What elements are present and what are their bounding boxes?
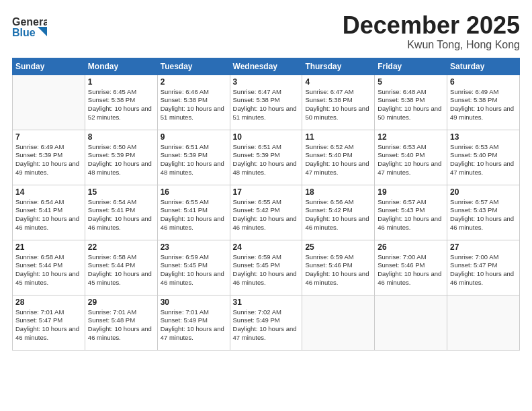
sunrise: Sunrise: 7:00 AM	[378, 253, 426, 261]
daylight: Daylight: 10 hours and 47 minutes.	[305, 160, 369, 176]
daylight: Daylight: 10 hours and 48 minutes.	[161, 160, 224, 176]
calendar-cell: 26 Sunrise: 7:00 AM Sunset: 5:46 PM Dayl…	[375, 240, 447, 295]
svg-marker-2	[38, 27, 47, 36]
sunrise: Sunrise: 6:53 AM	[378, 143, 426, 150]
sunset: Sunset: 5:38 PM	[88, 96, 135, 103]
sunset: Sunset: 5:38 PM	[233, 96, 280, 103]
day-info: Sunrise: 6:51 AM Sunset: 5:39 PM Dayligh…	[233, 143, 300, 177]
sunset: Sunset: 5:47 PM	[15, 316, 62, 324]
day-number: 22	[88, 242, 154, 252]
daylight: Daylight: 10 hours and 52 minutes.	[88, 105, 152, 121]
day-number: 5	[378, 77, 444, 87]
day-info: Sunrise: 7:01 AM Sunset: 5:49 PM Dayligh…	[161, 308, 227, 342]
sunrise: Sunrise: 7:02 AM	[233, 308, 281, 316]
daylight: Daylight: 10 hours and 45 minutes.	[15, 270, 79, 286]
location: Kwun Tong, Hong Kong	[343, 39, 520, 51]
calendar-cell: 29 Sunrise: 7:01 AM Sunset: 5:48 PM Dayl…	[85, 295, 157, 350]
sunrise: Sunrise: 6:46 AM	[161, 88, 209, 95]
calendar-cell: 4 Sunrise: 6:47 AM Sunset: 5:38 PM Dayli…	[302, 75, 375, 130]
calendar-cell: 15 Sunrise: 6:54 AM Sunset: 5:41 PM Dayl…	[85, 185, 157, 240]
day-info: Sunrise: 6:55 AM Sunset: 5:41 PM Dayligh…	[161, 198, 227, 232]
calendar-week-0: 1 Sunrise: 6:45 AM Sunset: 5:38 PM Dayli…	[13, 75, 520, 130]
col-thursday: Thursday	[302, 58, 375, 75]
day-info: Sunrise: 7:02 AM Sunset: 5:49 PM Dayligh…	[233, 308, 300, 342]
sunrise: Sunrise: 6:56 AM	[305, 198, 353, 205]
daylight: Daylight: 10 hours and 47 minutes.	[233, 325, 297, 341]
sunrise: Sunrise: 6:57 AM	[378, 198, 426, 205]
calendar-week-3: 21 Sunrise: 6:58 AM Sunset: 5:44 PM Dayl…	[13, 240, 520, 295]
calendar-cell: 3 Sunrise: 6:47 AM Sunset: 5:38 PM Dayli…	[230, 75, 302, 130]
sunrise: Sunrise: 6:49 AM	[450, 88, 498, 95]
day-number: 4	[305, 77, 371, 87]
calendar-cell: 27 Sunrise: 7:00 AM Sunset: 5:47 PM Dayl…	[447, 240, 520, 295]
calendar-cell: 31 Sunrise: 7:02 AM Sunset: 5:49 PM Dayl…	[230, 295, 302, 350]
daylight: Daylight: 10 hours and 46 minutes.	[450, 215, 514, 231]
sunset: Sunset: 5:42 PM	[233, 206, 280, 214]
day-number: 16	[161, 187, 227, 197]
day-info: Sunrise: 6:47 AM Sunset: 5:38 PM Dayligh…	[305, 88, 371, 122]
sunrise: Sunrise: 6:55 AM	[161, 198, 209, 205]
day-number: 31	[233, 298, 300, 307]
logo-icon: General Blue	[12, 12, 47, 40]
month-title: December 2025	[343, 12, 520, 39]
day-info: Sunrise: 6:46 AM Sunset: 5:38 PM Dayligh…	[161, 88, 227, 122]
sunrise: Sunrise: 7:01 AM	[88, 308, 136, 316]
calendar-week-4: 28 Sunrise: 7:01 AM Sunset: 5:47 PM Dayl…	[13, 295, 520, 350]
daylight: Daylight: 10 hours and 46 minutes.	[305, 270, 369, 286]
day-info: Sunrise: 6:45 AM Sunset: 5:38 PM Dayligh…	[88, 88, 154, 122]
sunset: Sunset: 5:47 PM	[450, 261, 497, 269]
sunset: Sunset: 5:38 PM	[378, 96, 425, 103]
sunrise: Sunrise: 6:45 AM	[88, 88, 136, 95]
calendar-week-1: 7 Sunrise: 6:49 AM Sunset: 5:39 PM Dayli…	[13, 130, 520, 185]
day-number: 25	[305, 242, 371, 252]
day-info: Sunrise: 6:57 AM Sunset: 5:43 PM Dayligh…	[378, 198, 444, 232]
daylight: Daylight: 10 hours and 46 minutes.	[233, 270, 297, 286]
day-info: Sunrise: 6:58 AM Sunset: 5:44 PM Dayligh…	[15, 253, 82, 287]
sunset: Sunset: 5:41 PM	[15, 206, 62, 214]
calendar-cell	[375, 295, 447, 350]
daylight: Daylight: 10 hours and 47 minutes.	[450, 160, 514, 176]
calendar-table: Sunday Monday Tuesday Wednesday Thursday…	[12, 58, 520, 351]
daylight: Daylight: 10 hours and 46 minutes.	[378, 215, 441, 231]
day-info: Sunrise: 6:54 AM Sunset: 5:41 PM Dayligh…	[15, 198, 82, 232]
day-number: 26	[378, 242, 444, 252]
day-number: 30	[161, 298, 227, 307]
calendar-cell: 30 Sunrise: 7:01 AM Sunset: 5:49 PM Dayl…	[157, 295, 230, 350]
daylight: Daylight: 10 hours and 46 minutes.	[15, 215, 79, 231]
daylight: Daylight: 10 hours and 46 minutes.	[88, 215, 152, 231]
calendar-cell: 6 Sunrise: 6:49 AM Sunset: 5:38 PM Dayli…	[447, 75, 520, 130]
sunrise: Sunrise: 6:47 AM	[305, 88, 353, 95]
day-number: 11	[305, 132, 371, 142]
sunrise: Sunrise: 7:01 AM	[161, 308, 209, 316]
day-info: Sunrise: 6:58 AM Sunset: 5:44 PM Dayligh…	[88, 253, 154, 287]
calendar-cell	[302, 295, 375, 350]
sunset: Sunset: 5:46 PM	[305, 261, 352, 269]
calendar-cell: 13 Sunrise: 6:53 AM Sunset: 5:40 PM Dayl…	[447, 130, 520, 185]
day-number: 3	[233, 77, 300, 87]
daylight: Daylight: 10 hours and 46 minutes.	[15, 325, 79, 341]
sunrise: Sunrise: 6:57 AM	[450, 198, 498, 205]
day-info: Sunrise: 6:49 AM Sunset: 5:38 PM Dayligh…	[450, 88, 517, 122]
day-info: Sunrise: 6:50 AM Sunset: 5:39 PM Dayligh…	[88, 143, 154, 177]
day-info: Sunrise: 7:01 AM Sunset: 5:47 PM Dayligh…	[15, 308, 82, 342]
calendar-cell: 1 Sunrise: 6:45 AM Sunset: 5:38 PM Dayli…	[85, 75, 157, 130]
day-info: Sunrise: 6:56 AM Sunset: 5:42 PM Dayligh…	[305, 198, 371, 232]
sunrise: Sunrise: 6:59 AM	[161, 253, 209, 261]
sunset: Sunset: 5:45 PM	[161, 261, 208, 269]
daylight: Daylight: 10 hours and 46 minutes.	[161, 270, 224, 286]
calendar-cell: 22 Sunrise: 6:58 AM Sunset: 5:44 PM Dayl…	[85, 240, 157, 295]
sunset: Sunset: 5:39 PM	[161, 151, 208, 158]
calendar-cell: 18 Sunrise: 6:56 AM Sunset: 5:42 PM Dayl…	[302, 185, 375, 240]
sunset: Sunset: 5:40 PM	[378, 151, 425, 158]
day-number: 18	[305, 187, 371, 197]
sunrise: Sunrise: 6:58 AM	[15, 253, 64, 261]
svg-text:Blue: Blue	[12, 27, 36, 38]
sunset: Sunset: 5:39 PM	[15, 151, 62, 158]
calendar-header-row: Sunday Monday Tuesday Wednesday Thursday…	[13, 58, 520, 75]
daylight: Daylight: 10 hours and 48 minutes.	[233, 160, 297, 176]
calendar-cell: 8 Sunrise: 6:50 AM Sunset: 5:39 PM Dayli…	[85, 130, 157, 185]
day-number: 1	[88, 77, 154, 87]
day-info: Sunrise: 6:51 AM Sunset: 5:39 PM Dayligh…	[161, 143, 227, 177]
day-number: 15	[88, 187, 154, 197]
sunrise: Sunrise: 6:52 AM	[305, 143, 353, 150]
